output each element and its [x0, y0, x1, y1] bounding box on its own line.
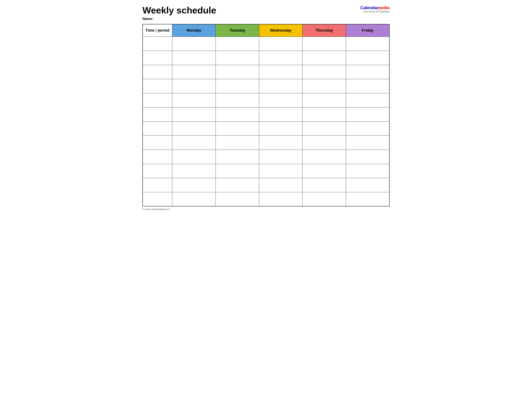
table-cell[interactable] — [216, 107, 259, 121]
table-cell[interactable] — [346, 51, 389, 65]
table-cell[interactable] — [143, 65, 172, 79]
table-cell[interactable] — [259, 136, 303, 150]
table-cell[interactable] — [303, 192, 346, 206]
col-header-wednesday: Wednesday — [259, 24, 303, 37]
table-cell[interactable] — [303, 107, 346, 121]
table-cell[interactable] — [143, 107, 172, 121]
table-cell[interactable] — [303, 121, 346, 136]
table-cell[interactable] — [346, 37, 389, 51]
page-container: Weekly schedule Calendarpedia Your sourc… — [142, 5, 390, 210]
table-cell[interactable] — [346, 65, 389, 79]
title-section: Weekly schedule — [142, 5, 216, 15]
table-cell[interactable] — [143, 136, 172, 150]
table-cell[interactable] — [216, 136, 259, 150]
logo-container: Calendarpedia Your source for calendars — [361, 5, 390, 13]
table-cell[interactable] — [216, 65, 259, 79]
header-row: Weekly schedule Calendarpedia Your sourc… — [142, 5, 390, 15]
table-cell[interactable] — [303, 93, 346, 107]
table-row — [143, 121, 389, 136]
table-cell[interactable] — [143, 51, 172, 65]
table-cell[interactable] — [216, 150, 259, 164]
table-cell[interactable] — [143, 37, 172, 51]
table-cell[interactable] — [172, 136, 216, 150]
table-cell[interactable] — [259, 107, 303, 121]
table-row — [143, 178, 389, 192]
table-cell[interactable] — [259, 93, 303, 107]
table-cell[interactable] — [216, 164, 259, 178]
table-cell[interactable] — [143, 121, 172, 136]
table-cell[interactable] — [172, 164, 216, 178]
table-cell[interactable] — [216, 37, 259, 51]
table-cell[interactable] — [172, 150, 216, 164]
table-cell[interactable] — [216, 51, 259, 65]
table-cell[interactable] — [216, 192, 259, 206]
footer-url: © www.calendarpedia.com — [142, 208, 390, 210]
schedule-table: Time / period Monday Tuesday Wednesday T… — [142, 24, 390, 206]
table-row — [143, 51, 389, 65]
table-cell[interactable] — [346, 121, 389, 136]
table-cell[interactable] — [172, 178, 216, 192]
table-row — [143, 65, 389, 79]
table-row — [143, 93, 389, 107]
table-cell[interactable] — [259, 121, 303, 136]
table-cell[interactable] — [172, 192, 216, 206]
col-header-tuesday: Tuesday — [216, 24, 259, 37]
table-cell[interactable] — [303, 37, 346, 51]
table-cell[interactable] — [172, 79, 216, 93]
table-cell[interactable] — [259, 37, 303, 51]
table-cell[interactable] — [172, 93, 216, 107]
table-cell[interactable] — [303, 178, 346, 192]
name-label: Name: — [142, 17, 153, 21]
table-cell[interactable] — [346, 136, 389, 150]
table-cell[interactable] — [303, 164, 346, 178]
col-header-monday: Monday — [172, 24, 216, 37]
table-cell[interactable] — [143, 192, 172, 206]
table-row — [143, 37, 389, 51]
table-cell[interactable] — [346, 93, 389, 107]
table-cell[interactable] — [346, 150, 389, 164]
table-cell[interactable] — [259, 150, 303, 164]
logo-calendar: Calendar — [361, 5, 379, 10]
table-cell[interactable] — [259, 178, 303, 192]
table-cell[interactable] — [346, 178, 389, 192]
table-row — [143, 150, 389, 164]
table-cell[interactable] — [259, 79, 303, 93]
table-cell[interactable] — [143, 178, 172, 192]
table-cell[interactable] — [346, 164, 389, 178]
col-header-friday: Friday — [346, 24, 389, 37]
table-cell[interactable] — [172, 37, 216, 51]
table-cell[interactable] — [216, 79, 259, 93]
table-cell[interactable] — [216, 178, 259, 192]
table-cell[interactable] — [303, 136, 346, 150]
logo-tagline: Your source for calendars — [363, 10, 390, 13]
table-row — [143, 192, 389, 206]
header-row-table: Time / period Monday Tuesday Wednesday T… — [143, 24, 389, 37]
table-cell[interactable] — [346, 79, 389, 93]
table-cell[interactable] — [216, 93, 259, 107]
table-cell[interactable] — [303, 79, 346, 93]
table-cell[interactable] — [143, 150, 172, 164]
table-cell[interactable] — [303, 65, 346, 79]
table-cell[interactable] — [172, 51, 216, 65]
table-row — [143, 79, 389, 93]
table-row — [143, 136, 389, 150]
table-cell[interactable] — [143, 164, 172, 178]
table-cell[interactable] — [259, 192, 303, 206]
table-cell[interactable] — [303, 51, 346, 65]
table-cell[interactable] — [259, 65, 303, 79]
table-row — [143, 107, 389, 121]
table-cell[interactable] — [303, 150, 346, 164]
logo-text: Calendarpedia — [361, 5, 390, 10]
table-cell[interactable] — [143, 93, 172, 107]
table-cell[interactable] — [172, 65, 216, 79]
table-cell[interactable] — [172, 121, 216, 136]
table-cell[interactable] — [346, 107, 389, 121]
table-cell[interactable] — [259, 164, 303, 178]
table-row — [143, 164, 389, 178]
table-cell[interactable] — [172, 107, 216, 121]
table-cell[interactable] — [143, 79, 172, 93]
name-row: Name: — [142, 17, 390, 21]
table-cell[interactable] — [216, 121, 259, 136]
table-cell[interactable] — [346, 192, 389, 206]
table-cell[interactable] — [259, 51, 303, 65]
